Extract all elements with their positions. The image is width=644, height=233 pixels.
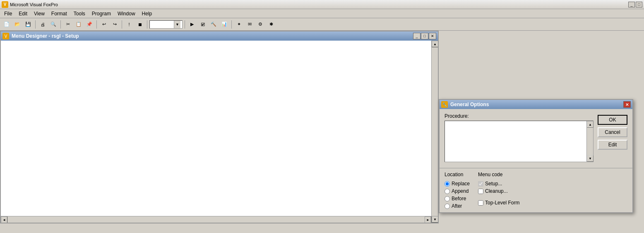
procedure-row: Procedure: ▲ ▼ OK Cancel Edit (445, 113, 627, 162)
vscroll-down-btn[interactable]: ▼ (432, 216, 438, 223)
app-icon: V (2, 1, 8, 8)
menu-designer-window: V Menu Designer - rsgl - Setup _ □ ✕ ▲ ▼… (0, 31, 439, 223)
checkbox-setup-input[interactable] (478, 181, 483, 187)
menu-designer-controls: _ □ ✕ (413, 33, 436, 39)
toolbar-run-btn[interactable]: ▶ (187, 20, 197, 29)
checkbox-cleanup-input[interactable] (478, 189, 483, 194)
ok-button[interactable]: OK (598, 115, 627, 125)
toolbar-db-btn[interactable]: ✦ (234, 20, 244, 29)
menu-designer-icon: V (2, 33, 9, 39)
radio-before-input[interactable] (445, 196, 450, 201)
menu-designer-restore-btn[interactable]: □ (421, 33, 428, 39)
radio-append-input[interactable] (445, 189, 450, 194)
radio-after-label: After (452, 203, 462, 209)
dialog-close-btn[interactable]: ✕ (623, 101, 631, 108)
menu-file[interactable]: File (1, 10, 15, 17)
dialog-buttons: OK Cancel Edit (598, 113, 627, 150)
dialog-body: Procedure: ▲ ▼ OK Cancel Edit (440, 109, 632, 166)
toolbar-cut-btn[interactable]: ✂ (63, 20, 73, 29)
procedure-section: Procedure: ▲ ▼ (445, 113, 594, 162)
toolbar-setup-btn[interactable]: ⚙ (255, 20, 265, 29)
menu-bar: File Edit View Format Tools Program Wind… (0, 9, 644, 18)
toolbar-sep-3 (96, 20, 97, 29)
main-area: V Menu Designer - rsgl - Setup _ □ ✕ ▲ ▼… (0, 31, 644, 233)
menu-code-section: Menu code Setup... Cleanup... Top-Level … (478, 172, 519, 209)
menu-designer-title-bar: V Menu Designer - rsgl - Setup _ □ ✕ (1, 32, 438, 41)
location-section: Location Replace Append Before After (445, 172, 470, 209)
dialog-icon: 🔧 (441, 101, 448, 108)
general-options-dialog: 🔧 General Options ✕ Procedure: ▲ ▼ (439, 99, 633, 213)
toolbar-undo-btn[interactable]: ↩ (99, 20, 109, 29)
general-options-title-bar: 🔧 General Options ✕ (440, 100, 632, 109)
hscroll-track (7, 216, 425, 223)
toolbar-dropdown[interactable]: ▼ (149, 20, 183, 29)
app-restore-btn[interactable]: □ (636, 2, 642, 7)
toolbar-email-btn[interactable]: ✉ (245, 20, 255, 29)
toolbar-sep-4 (122, 20, 122, 29)
toolbar-extra-btn[interactable]: 📊 (219, 20, 229, 29)
menu-designer-minimize-btn[interactable]: _ (413, 33, 421, 39)
toolbar-redo-btn[interactable]: ↪ (110, 20, 120, 29)
radio-replace: Replace (445, 181, 470, 187)
menu-designer-close-btn[interactable]: ✕ (429, 33, 436, 39)
toolbar-preview-btn[interactable]: 🔍 (48, 20, 58, 29)
menu-view[interactable]: View (31, 10, 48, 17)
menu-designer-vscrollbar[interactable]: ▲ ▼ (431, 41, 438, 223)
toolbar-dropdown-input[interactable] (150, 22, 174, 27)
dropdown-arrow-icon[interactable]: ▼ (174, 21, 180, 28)
toolbar-sep-7 (231, 20, 232, 29)
location-title: Location (445, 172, 470, 177)
hscroll-left-btn[interactable]: ◄ (1, 216, 7, 223)
toolbar-build-btn[interactable]: 🔨 (209, 20, 219, 29)
toolbar-sep-2 (60, 20, 61, 29)
app-window-controls: _ □ (628, 2, 642, 7)
vscroll-track (432, 47, 438, 216)
app-minimize-btn[interactable]: _ (628, 2, 635, 7)
proc-scroll-down[interactable]: ▼ (587, 155, 594, 162)
dialog-title: General Options (450, 102, 623, 107)
vscroll-up-btn[interactable]: ▲ (432, 41, 438, 47)
toolbar-print-btn[interactable]: 🖨 (38, 20, 48, 29)
menu-designer-title: Menu Designer - rsgl - Setup (12, 33, 413, 39)
toolbar-open-btn[interactable]: 📂 (12, 20, 22, 29)
menu-program[interactable]: Program (89, 10, 114, 17)
radio-before: Before (445, 196, 470, 201)
radio-replace-input[interactable] (445, 181, 450, 187)
radio-replace-label: Replace (452, 181, 470, 187)
toolbar-save-btn[interactable]: 💾 (23, 20, 33, 29)
toolbar-new-btn[interactable]: 📄 (2, 20, 12, 29)
menu-tools[interactable]: Tools (70, 10, 89, 17)
toolbar: 📄 📂 💾 🖨 🔍 ✂ 📋 📌 ↩ ↪ ! ⏹ ▼ ▶ 🗹 🔨 📊 ✦ ✉ ⚙ … (0, 18, 644, 31)
menu-help[interactable]: Help (139, 10, 156, 17)
app-title: Microsoft Visual FoxPro (10, 2, 628, 7)
toolbar-sep-5 (147, 20, 147, 29)
edit-button[interactable]: Edit (598, 140, 627, 150)
radio-after-input[interactable] (445, 204, 450, 209)
checkbox-toplevel-input[interactable] (478, 200, 483, 206)
radio-append: Append (445, 188, 470, 194)
proc-scroll-up[interactable]: ▲ (587, 121, 594, 128)
checkbox-cleanup: Cleanup... (478, 188, 519, 194)
dialog-bottom: Location Replace Append Before After (440, 168, 632, 212)
menu-edit[interactable]: Edit (15, 10, 31, 17)
hscroll-right-btn[interactable]: ► (425, 216, 431, 223)
menu-window[interactable]: Window (114, 10, 139, 17)
toolbar-form-btn[interactable]: 🗹 (198, 20, 208, 29)
toolbar-tool2-btn[interactable]: ✱ (266, 20, 276, 29)
toolbar-copy-btn[interactable]: 📋 (74, 20, 84, 29)
menu-code-title: Menu code (478, 172, 519, 177)
radio-append-label: Append (452, 188, 469, 194)
menu-format[interactable]: Format (48, 10, 70, 17)
checkbox-toplevel-label: Top-Level Form (485, 200, 519, 206)
menu-designer-hscrollbar[interactable]: ◄ ► (1, 216, 431, 223)
cancel-button[interactable]: Cancel (598, 127, 627, 137)
procedure-label: Procedure: (445, 113, 594, 119)
procedure-textarea[interactable] (445, 121, 586, 162)
checkbox-setup-label: Setup... (485, 181, 502, 187)
toolbar-debug-btn[interactable]: ⏹ (135, 20, 145, 29)
toolbar-sep-6 (185, 20, 185, 29)
toolbar-paste-btn[interactable]: 📌 (84, 20, 94, 29)
toolbar-excl-btn[interactable]: ! (124, 20, 134, 29)
menu-designer-content: ▲ ▼ ◄ ► (1, 41, 438, 223)
checkbox-toplevel: Top-Level Form (478, 200, 519, 206)
